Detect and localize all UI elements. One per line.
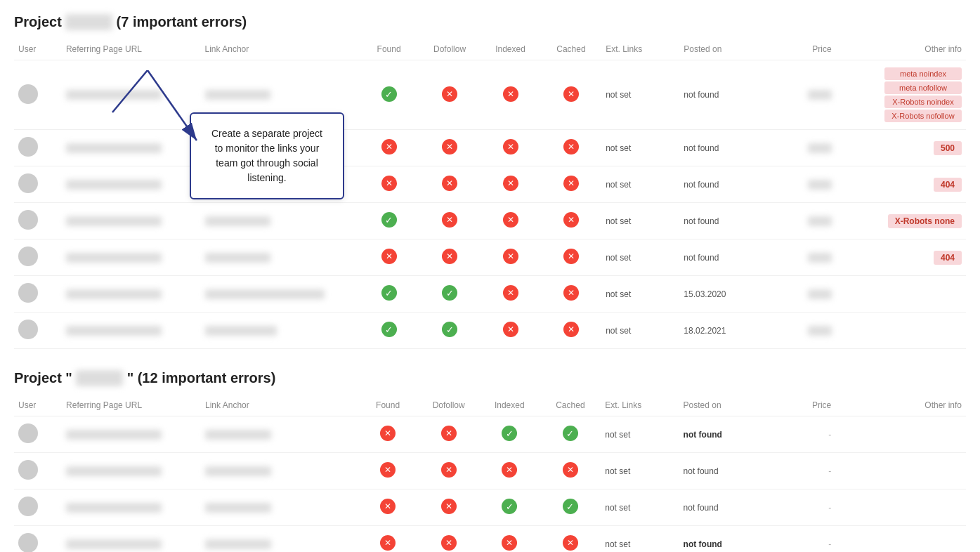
dofollow-cell bbox=[419, 276, 480, 313]
user-cell bbox=[14, 60, 62, 130]
price-cell: ████ bbox=[775, 60, 835, 130]
avatar bbox=[18, 320, 38, 339]
blurred-text: ████ bbox=[808, 216, 832, 226]
cross-icon bbox=[503, 139, 518, 155]
project1-header-row: User Referring Page URL Link Anchor Foun… bbox=[14, 39, 966, 60]
blurred-text: ████████████████ bbox=[66, 466, 162, 476]
blurred-text: ███████████ bbox=[205, 253, 271, 263]
cross-icon bbox=[503, 322, 518, 337]
extlinks-cell: not set bbox=[601, 313, 679, 349]
avatar bbox=[18, 423, 38, 443]
blurred-text: ████████████████ bbox=[66, 216, 162, 226]
cross-icon bbox=[441, 499, 457, 514]
postedon-cell: 15.03.2020 bbox=[679, 276, 775, 313]
cross-icon bbox=[442, 249, 457, 264]
dofollow-cell bbox=[418, 453, 479, 489]
blurred-text: ████ bbox=[808, 180, 832, 190]
extlinks-cell: not set bbox=[601, 526, 679, 553]
cross-icon bbox=[563, 86, 579, 102]
otherinfo-cell bbox=[835, 416, 966, 453]
col-extlinks-2: Ext. Links bbox=[601, 395, 679, 416]
blurred-text: ████████████████ bbox=[66, 539, 162, 549]
price-cell: ████ bbox=[775, 130, 835, 166]
cross-icon bbox=[503, 212, 518, 228]
price-cell: ████ bbox=[775, 276, 835, 313]
found-cell bbox=[358, 166, 419, 203]
ref-cell: ████████████████ bbox=[62, 203, 201, 239]
col-dofollow-1: Dofollow bbox=[419, 39, 480, 60]
avatar bbox=[18, 137, 38, 157]
cross-icon bbox=[441, 535, 457, 551]
blurred-text: ███████████ bbox=[205, 539, 271, 549]
col-anchor-1: Link Anchor bbox=[201, 39, 359, 60]
col-otherinfo-1: Other info bbox=[836, 39, 966, 60]
found-cell bbox=[358, 60, 419, 130]
ref-cell: ████████████████ bbox=[62, 489, 201, 526]
extlinks-cell: not set bbox=[601, 276, 679, 313]
col-cached-1: Cached bbox=[541, 39, 601, 60]
blurred-text: ████ bbox=[808, 289, 832, 299]
cached-cell bbox=[541, 313, 601, 349]
col-postedon-1: Posted on bbox=[679, 39, 775, 60]
blurred-text: ████████████████ bbox=[66, 180, 162, 190]
user-cell bbox=[14, 166, 62, 203]
project2-header-row: User Referring Page URL Link Anchor Foun… bbox=[14, 395, 966, 416]
price-cell: - bbox=[775, 489, 836, 526]
indexed-cell bbox=[480, 60, 540, 130]
dash: - bbox=[828, 466, 831, 476]
anchor-cell: ███████████ bbox=[201, 526, 358, 553]
postedon-cell: not found bbox=[679, 526, 775, 553]
check-icon bbox=[381, 322, 397, 337]
cross-icon bbox=[380, 535, 396, 551]
table-row: ███████████████████████████not setnot fo… bbox=[14, 489, 966, 526]
cross-icon bbox=[563, 212, 579, 228]
cached-cell bbox=[540, 453, 601, 489]
cross-icon bbox=[380, 426, 396, 441]
cross-icon bbox=[502, 462, 517, 478]
other-info-badge: 404 bbox=[934, 178, 962, 192]
postedon-cell: not found bbox=[679, 489, 775, 526]
postedon-cell: not found bbox=[679, 60, 775, 130]
col-found-1: Found bbox=[358, 39, 419, 60]
ref-cell: ████████████████ bbox=[62, 526, 201, 553]
extlinks-cell: not set bbox=[601, 416, 679, 453]
project2-title: Project " " (12 important errors) bbox=[14, 370, 966, 386]
cross-icon bbox=[381, 249, 397, 264]
col-indexed-1: Indexed bbox=[480, 39, 540, 60]
found-cell bbox=[358, 239, 419, 276]
avatar bbox=[18, 283, 38, 303]
avatar bbox=[18, 533, 38, 552]
cross-icon bbox=[563, 535, 578, 551]
user-cell bbox=[14, 313, 62, 349]
dofollow-cell bbox=[418, 526, 479, 553]
avatar bbox=[18, 247, 38, 266]
project2-table: User Referring Page URL Link Anchor Foun… bbox=[14, 395, 966, 552]
indexed-cell bbox=[479, 416, 540, 453]
cross-icon bbox=[563, 139, 579, 155]
found-cell bbox=[358, 526, 419, 553]
col-extlinks-1: Ext. Links bbox=[601, 39, 679, 60]
blurred-text: ███████████ bbox=[205, 503, 271, 513]
dofollow-cell bbox=[419, 60, 480, 130]
price-cell: ████ bbox=[775, 166, 835, 203]
cross-icon bbox=[563, 176, 579, 191]
price-cell: ████ bbox=[775, 313, 835, 349]
check-icon bbox=[502, 426, 517, 441]
otherinfo-cell: X-Robots none bbox=[836, 203, 966, 239]
anchor-cell: ███████████ bbox=[201, 203, 359, 239]
otherinfo-cell bbox=[836, 276, 966, 313]
svg-line-1 bbox=[148, 70, 197, 140]
user-cell bbox=[14, 453, 62, 489]
found-cell bbox=[358, 130, 419, 166]
blurred-text: ████ bbox=[808, 253, 832, 263]
other-info-badge: X-Robots none bbox=[888, 214, 962, 228]
ref-cell: ████████████████ bbox=[62, 416, 201, 453]
dofollow-cell bbox=[419, 239, 480, 276]
table-row: ███████████████████████████not setnot fo… bbox=[14, 239, 966, 276]
other-info-badge: meta nofollow bbox=[884, 81, 962, 94]
col-ref-2: Referring Page URL bbox=[62, 395, 201, 416]
cross-icon bbox=[502, 535, 517, 551]
indexed-cell bbox=[480, 276, 540, 313]
col-price-2: Price bbox=[775, 395, 836, 416]
page-wrapper: Create a separate project to monitor the… bbox=[14, 14, 966, 552]
